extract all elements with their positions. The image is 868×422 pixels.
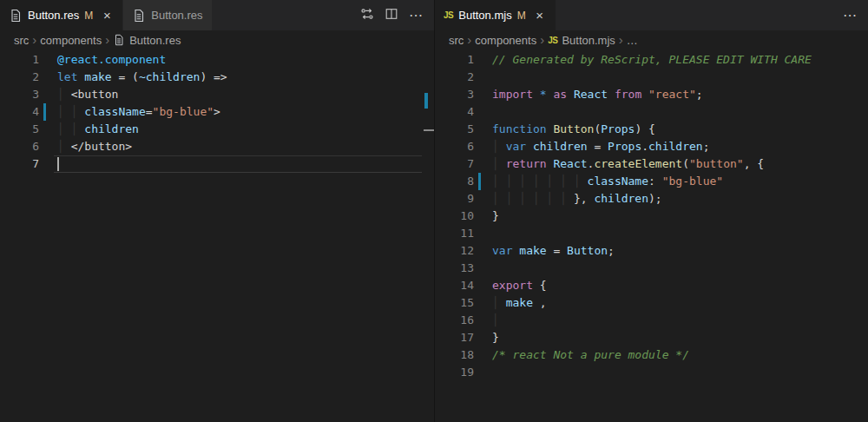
line-number[interactable]: 13 [435,260,474,277]
gutter [474,294,492,312]
line-number[interactable]: 17 [435,329,474,346]
line-number[interactable]: 3 [435,86,474,103]
line-number[interactable]: 12 [435,242,474,260]
code-line[interactable]: 7│ return React.createElement("button", … [435,155,868,173]
code-line[interactable]: 14export { [435,277,868,294]
breadcrumb-item[interactable]: components [40,34,102,47]
code-line[interactable]: 18/* react Not a pure module */ [435,346,868,364]
code-editor[interactable]: 1@react.component2let make = (~children)… [0,49,434,422]
editor-tab[interactable]: JSButton.mjsM× [435,0,556,30]
code-line[interactable]: 19 [435,364,868,381]
code-line[interactable]: 4 [435,103,868,121]
open-changes-icon [360,7,374,24]
breadcrumb-label: Button.res [129,34,181,47]
line-number[interactable]: 1 [0,51,39,69]
line-number[interactable]: 18 [435,346,474,364]
code-line[interactable]: 12var make = Button; [435,242,868,260]
line-number[interactable]: 1 [435,51,474,69]
code-line[interactable]: 2 [435,69,868,86]
tab-bar: JSButton.mjsM× ⋯ [435,0,868,30]
breadcrumb-label: components [40,34,102,47]
code-line[interactable]: 17} [435,329,868,346]
split-editor-icon [385,7,398,24]
gutter [474,86,492,103]
code-line[interactable]: 16│ [435,312,868,329]
line-number[interactable]: 5 [435,121,474,138]
file-icon [9,9,23,23]
gutter [39,103,57,121]
code-line[interactable]: 7 [0,155,434,173]
git-modified-gutter-indicator[interactable] [478,173,481,190]
gutter [39,69,57,86]
line-number[interactable]: 16 [435,312,474,329]
line-number[interactable]: 14 [435,277,474,294]
line-number[interactable]: 2 [435,69,474,86]
vscode-editor-window: Button.resM×Button.res ⋯ src›components›… [0,0,868,422]
code-line[interactable]: 3import * as React from "react"; [435,86,868,103]
line-number[interactable]: 10 [435,208,474,225]
line-number[interactable]: 8 [435,173,474,190]
split-editor-button[interactable] [380,4,403,27]
overview-ruler[interactable] [858,49,868,422]
editor-tab[interactable]: Button.res [123,0,212,30]
editor-tab[interactable]: Button.resM× [0,0,123,30]
breadcrumb-item[interactable]: … [627,34,638,47]
gutter [474,138,492,155]
code-line[interactable]: 5│ │ children [0,121,434,138]
line-number[interactable]: 7 [0,155,39,173]
tab-label: Button.mjs [458,9,511,22]
breadcrumb-separator: › [619,30,623,49]
overview-cursor-marker [424,129,434,131]
more-actions-button[interactable]: ⋯ [404,4,427,27]
code-line[interactable]: 13 [435,260,868,277]
code-text: │ var children = Props.children; [492,138,868,155]
line-number[interactable]: 4 [0,103,39,121]
breadcrumb-item[interactable]: Button.res [113,34,181,47]
line-number[interactable]: 7 [435,155,474,173]
breadcrumb-item[interactable]: src [449,34,464,47]
code-line[interactable]: 4│ │ className="bg-blue"> [0,103,434,121]
code-line[interactable]: 8│ │ │ │ │ │ │ className: "bg-blue" [435,173,868,190]
breadcrumb-item[interactable]: src [14,34,29,47]
breadcrumb-item[interactable]: JSButton.mjs [548,34,615,47]
code-line[interactable]: 2let make = (~children) => [0,69,434,86]
code-lines: 1@react.component2let make = (~children)… [0,49,434,173]
line-number[interactable]: 4 [435,103,474,121]
code-text: @react.component [57,51,434,69]
line-number[interactable]: 11 [435,225,474,242]
breadcrumb-label: Button.mjs [562,34,615,47]
code-text: export { [492,277,868,294]
line-number[interactable]: 6 [435,138,474,155]
code-line[interactable]: 3│ <button [0,86,434,103]
line-number[interactable]: 15 [435,294,474,312]
overview-ruler[interactable] [424,49,434,422]
code-text: │ </button> [57,138,434,155]
line-number[interactable]: 5 [0,121,39,138]
open-changes-button[interactable] [356,4,378,27]
code-editor[interactable]: 1// Generated by ReScript, PLEASE EDIT W… [435,49,868,422]
code-line[interactable]: 1// Generated by ReScript, PLEASE EDIT W… [435,51,868,69]
code-line[interactable]: 1@react.component [0,51,434,69]
gutter [474,346,492,364]
breadcrumb-separator: › [467,30,471,49]
code-text: │ │ │ │ │ │ │ className: "bg-blue" [492,173,868,190]
code-line[interactable]: 9│ │ │ │ │ │ }, children); [435,190,868,208]
more-actions-button[interactable]: ⋯ [838,4,861,27]
close-icon[interactable]: × [100,9,114,23]
code-text [492,225,868,242]
code-line[interactable]: 10} [435,208,868,225]
code-line[interactable]: 5function Button(Props) { [435,121,868,138]
code-line[interactable]: 6│ </button> [0,138,434,155]
line-number[interactable]: 9 [435,190,474,208]
line-number[interactable]: 19 [435,364,474,381]
code-line[interactable]: 6│ var children = Props.children; [435,138,868,155]
close-icon[interactable]: × [533,9,547,23]
line-number[interactable]: 3 [0,86,39,103]
line-number[interactable]: 2 [0,69,39,86]
code-line[interactable]: 15│ make , [435,294,868,312]
code-line[interactable]: 11 [435,225,868,242]
breadcrumb-item[interactable]: components [475,34,536,47]
git-modified-gutter-indicator[interactable] [43,103,46,121]
ellipsis-icon: ⋯ [409,9,423,23]
line-number[interactable]: 6 [0,138,39,155]
